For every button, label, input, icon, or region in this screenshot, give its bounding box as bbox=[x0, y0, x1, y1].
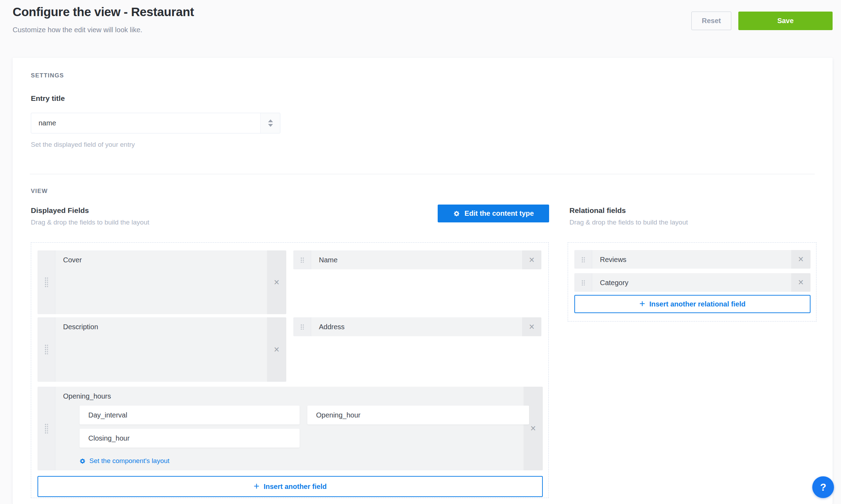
remove-field-button[interactable]: × bbox=[524, 387, 543, 470]
relational-field-label: Category bbox=[600, 278, 628, 286]
remove-field-button[interactable]: × bbox=[267, 317, 286, 382]
section-divider bbox=[30, 174, 815, 174]
entry-title-helper: Set the displayed field of your entry bbox=[31, 141, 135, 149]
close-icon: × bbox=[274, 345, 280, 354]
grip-icon bbox=[45, 423, 48, 434]
field-label: Name bbox=[319, 256, 337, 264]
grip-icon bbox=[300, 324, 304, 330]
subfield-opening-hour[interactable]: Opening_hour bbox=[307, 406, 529, 424]
insert-another-relational-field-label: Insert another relational field bbox=[649, 300, 746, 308]
field-block-address[interactable]: Address × bbox=[293, 317, 541, 336]
remove-field-button[interactable]: × bbox=[267, 250, 286, 314]
help-button[interactable]: ? bbox=[812, 476, 834, 498]
grip-icon bbox=[45, 344, 48, 355]
entry-title-select-value: name bbox=[31, 119, 56, 127]
subfield-label: Closing_hour bbox=[80, 434, 130, 442]
drag-handle[interactable] bbox=[574, 273, 592, 292]
select-spinner[interactable] bbox=[260, 113, 280, 133]
page-subtitle: Customize how the edit view will look li… bbox=[13, 26, 142, 34]
remove-field-button[interactable]: × bbox=[791, 250, 811, 269]
entry-title-select[interactable]: name bbox=[31, 113, 280, 133]
drag-handle[interactable] bbox=[293, 317, 311, 336]
drag-handle[interactable] bbox=[37, 250, 55, 314]
remove-field-button[interactable]: × bbox=[522, 250, 541, 269]
edit-content-type-label: Edit the content type bbox=[465, 209, 534, 218]
drag-handle[interactable] bbox=[37, 387, 55, 470]
insert-another-field-label: Insert another field bbox=[264, 483, 327, 491]
save-button[interactable]: Save bbox=[738, 12, 833, 30]
close-icon: × bbox=[798, 255, 804, 264]
drag-handle[interactable] bbox=[293, 250, 311, 269]
relational-fields-title: Relational fields bbox=[569, 206, 626, 215]
subfield-day-interval[interactable]: Day_interval bbox=[80, 406, 300, 424]
relational-fields-subtitle: Drag & drop the fields to build the layo… bbox=[569, 219, 688, 226]
gear-icon bbox=[453, 210, 460, 217]
set-component-layout-link[interactable]: Set the component's layout bbox=[79, 456, 170, 466]
page-title: Configure the view - Restaurant bbox=[13, 5, 194, 19]
grip-icon bbox=[300, 257, 304, 263]
remove-field-button[interactable]: × bbox=[791, 273, 811, 292]
field-block-cover[interactable]: Cover × bbox=[37, 250, 286, 314]
relational-fields-dropzone: Reviews × Category × + Insert another re… bbox=[568, 242, 816, 322]
displayed-fields-dropzone: Cover × Name × Description × Address × O… bbox=[31, 242, 549, 498]
field-block-description[interactable]: Description × bbox=[37, 317, 286, 382]
relational-field-label: Reviews bbox=[600, 255, 627, 263]
displayed-fields-title: Displayed Fields bbox=[31, 206, 89, 215]
relational-block-category[interactable]: Category × bbox=[574, 273, 811, 292]
component-label: Opening_hours bbox=[63, 392, 111, 400]
set-component-layout-label: Set the component's layout bbox=[89, 457, 170, 465]
close-icon: × bbox=[529, 322, 535, 332]
drag-handle[interactable] bbox=[37, 317, 55, 382]
subfield-label: Opening_hour bbox=[307, 411, 361, 419]
close-icon: × bbox=[798, 278, 804, 287]
remove-field-button[interactable]: × bbox=[522, 317, 541, 336]
grip-icon bbox=[45, 277, 48, 288]
relational-block-reviews[interactable]: Reviews × bbox=[574, 250, 811, 269]
close-icon: × bbox=[529, 255, 535, 265]
question-mark-icon: ? bbox=[820, 482, 826, 493]
view-section-label: VIEW bbox=[31, 188, 48, 195]
insert-another-field-button[interactable]: + Insert another field bbox=[37, 476, 543, 497]
chevron-up-icon bbox=[268, 119, 273, 122]
close-icon: × bbox=[531, 424, 536, 433]
field-label: Description bbox=[63, 323, 98, 331]
field-block-name[interactable]: Name × bbox=[293, 250, 541, 269]
grip-icon bbox=[581, 257, 585, 262]
settings-section-label: SETTINGS bbox=[31, 72, 64, 79]
entry-title-label: Entry title bbox=[31, 94, 65, 103]
gear-icon bbox=[79, 458, 86, 464]
drag-handle[interactable] bbox=[574, 250, 592, 269]
field-label: Address bbox=[319, 323, 344, 331]
close-icon: × bbox=[274, 278, 280, 287]
displayed-fields-subtitle: Drag & drop the fields to build the layo… bbox=[31, 219, 149, 226]
subfield-label: Day_interval bbox=[80, 411, 127, 419]
edit-content-type-button[interactable]: Edit the content type bbox=[438, 205, 549, 222]
grip-icon bbox=[581, 280, 585, 285]
configure-view-card: SETTINGS Entry title name Set the displa… bbox=[13, 58, 833, 504]
field-block-opening-hours-component[interactable]: Opening_hours Day_interval Opening_hour … bbox=[37, 387, 543, 470]
reset-button[interactable]: Reset bbox=[691, 12, 731, 30]
subfield-closing-hour[interactable]: Closing_hour bbox=[80, 429, 300, 448]
chevron-down-icon bbox=[268, 124, 273, 127]
insert-another-relational-field-button[interactable]: + Insert another relational field bbox=[574, 295, 811, 313]
field-label: Cover bbox=[63, 256, 82, 264]
